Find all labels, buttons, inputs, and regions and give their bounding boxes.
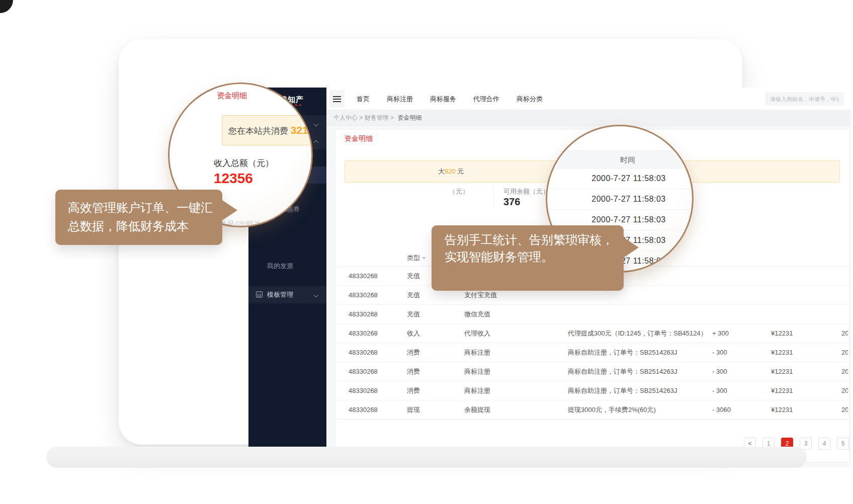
trademark-search-input[interactable] bbox=[765, 92, 844, 106]
cell-type: 消费 bbox=[407, 343, 420, 362]
lens-time-value: 2000-7-27 11:58:03 bbox=[547, 189, 694, 210]
cell-balance: ¥12231 bbox=[771, 343, 793, 362]
sort-caret-icon bbox=[422, 257, 426, 260]
cell-balance: ¥12231 bbox=[771, 381, 793, 400]
cell-time-clipped: 2000-7-27 11:58:03 bbox=[841, 400, 848, 419]
cell-balance: ¥12231 bbox=[771, 400, 793, 419]
top-nav-item[interactable]: 商标分类 bbox=[517, 95, 543, 104]
cell-order-no: 48330268 bbox=[349, 343, 378, 362]
lens-income-value: 12356 bbox=[214, 171, 253, 187]
cell-amount: - 300 bbox=[712, 381, 727, 400]
top-nav-item[interactable]: 商标服务 bbox=[430, 95, 456, 104]
template-icon bbox=[255, 291, 263, 298]
cell-order-no: 48330268 bbox=[349, 305, 378, 323]
table-row: 48330268 消费 商标注册 商标自助注册，订单号：SB2514263J -… bbox=[335, 362, 849, 381]
cell-order-no: 48330268 bbox=[349, 267, 378, 285]
lens-time-header: 时间 bbox=[547, 150, 694, 169]
cell-amount: - 300 bbox=[712, 343, 727, 362]
cell-amount: - 3060 bbox=[712, 400, 731, 419]
column-header-type[interactable]: 类型 bbox=[407, 250, 426, 266]
breadcrumb-current: 资金明细 bbox=[397, 114, 421, 121]
callout-right: 告别手工统计、告别繁琐审核，实现智能财务管理。 bbox=[432, 225, 624, 291]
banner-text: 大820 元 bbox=[438, 161, 464, 182]
lens-time-value: 2000-7-27 11:58:03 bbox=[547, 169, 694, 189]
cell-type: 收入 bbox=[407, 324, 420, 343]
top-nav-item[interactable]: 商标注册 bbox=[387, 95, 413, 104]
sidebar-item-template[interactable]: 模板管理 bbox=[248, 286, 326, 303]
cell-desc: 商标自助注册，订单号：SB2514263J bbox=[568, 362, 677, 381]
cell-order-no: 48330268 bbox=[349, 286, 378, 304]
stat-divider bbox=[493, 188, 494, 208]
table-row: 48330268 充值 微信充值 bbox=[335, 305, 849, 324]
cell-type: 充值 bbox=[407, 267, 420, 285]
top-nav-item[interactable]: 代理合作 bbox=[473, 95, 499, 104]
cell-type: 消费 bbox=[407, 381, 420, 400]
cell-amount: - 300 bbox=[712, 362, 727, 381]
page: P 头牌知产 账户管理 财务管理 bbox=[0, 0, 853, 504]
cell-amount: + 300 bbox=[712, 324, 729, 343]
cell-item: 商标注册 bbox=[464, 362, 490, 381]
table-row: 48330268 提现 余额提现 提现3000元，手续费2%(60元) - 30… bbox=[335, 400, 849, 419]
sidebar-item-label: 模板管理 bbox=[267, 286, 293, 303]
cell-desc: 提现3000元，手续费2%(60元) bbox=[568, 400, 656, 419]
lens-tab-title: 资金明细 bbox=[217, 91, 247, 101]
sidebar-subitem-label: 我的发票 bbox=[267, 258, 293, 275]
cell-type: 提现 bbox=[407, 400, 420, 419]
cell-type: 充值 bbox=[407, 305, 420, 323]
cell-item: 微信充值 bbox=[464, 305, 490, 323]
lens-income-label: 收入总额（元） bbox=[214, 157, 274, 169]
stat-mid-label: （元） bbox=[449, 187, 469, 196]
cell-order-no: 48330268 bbox=[349, 324, 378, 343]
topbar: 首页商标注册商标服务代理合作商标分类 bbox=[326, 88, 851, 110]
hamburger-menu-icon[interactable] bbox=[329, 90, 345, 108]
cell-order-no: 48330268 bbox=[349, 362, 378, 381]
laptop-base bbox=[46, 447, 807, 468]
corner-artifact bbox=[0, 0, 13, 13]
available-balance-value: 376 bbox=[503, 196, 520, 208]
cell-time-clipped: 2000-7-27 11:58:03 bbox=[841, 324, 848, 343]
table-row: 48330268 消费 商标注册 商标自助注册，订单号：SB2514263J -… bbox=[335, 381, 849, 400]
breadcrumb: 个人中心 > 财务管理 > 资金明细 bbox=[326, 110, 851, 126]
cell-time-clipped: 2000-7-27 11:58:03 bbox=[841, 362, 848, 381]
cell-time-clipped: 2000-7-27 11:58:03 bbox=[841, 343, 848, 362]
cell-desc: 商标自助注册，订单号：SB2514263J bbox=[568, 343, 677, 362]
cell-time-clipped: 2000-7-27 11:58:03 bbox=[841, 381, 848, 400]
chevron-down-icon bbox=[314, 293, 319, 298]
chevron-down-icon bbox=[314, 122, 319, 127]
cell-balance: ¥12231 bbox=[771, 324, 793, 343]
cell-type: 消费 bbox=[407, 362, 420, 381]
available-balance-label: 可用余额（元） bbox=[503, 187, 549, 196]
banner-amount: 820 bbox=[445, 167, 456, 175]
callout-left: 高效管理账户订单、一键汇总数据，降低财务成本 bbox=[55, 190, 222, 245]
cell-type: 充值 bbox=[407, 286, 420, 304]
cell-item: 代理收入 bbox=[464, 324, 490, 343]
sidebar-subitem[interactable]: 我的发票 bbox=[248, 258, 326, 275]
pagination-page-button[interactable]: 4 bbox=[818, 438, 830, 450]
chevron-up-icon bbox=[314, 140, 319, 145]
cell-item: 商标注册 bbox=[464, 381, 490, 400]
top-nav-item[interactable]: 首页 bbox=[357, 95, 370, 104]
cell-balance: ¥12231 bbox=[771, 362, 793, 381]
cell-order-no: 48330268 bbox=[349, 381, 378, 400]
cell-order-no: 48330268 bbox=[349, 400, 378, 419]
cell-item: 商标注册 bbox=[464, 343, 490, 362]
lens-banner: 您在本站共消费 32124 大 bbox=[222, 115, 313, 145]
top-nav: 首页商标注册商标服务代理合作商标分类 bbox=[357, 88, 543, 110]
cell-item: 余额提现 bbox=[464, 400, 490, 419]
cell-desc: 代理提成300元（ID:1245，订单号：SB45124） bbox=[568, 324, 707, 343]
cell-desc: 商标自助注册，订单号：SB2514263J bbox=[568, 381, 677, 400]
tab-funds-detail[interactable]: 资金明细 bbox=[345, 134, 373, 143]
table-row: 48330268 收入 代理收入 代理提成300元（ID:1245，订单号：SB… bbox=[335, 324, 849, 343]
table-row: 48330268 消费 商标注册 商标自助注册，订单号：SB2514263J -… bbox=[335, 343, 849, 362]
pagination-page-button[interactable]: 5 bbox=[837, 438, 849, 450]
breadcrumb-path: 个人中心 > 财务管理 > bbox=[333, 114, 394, 121]
